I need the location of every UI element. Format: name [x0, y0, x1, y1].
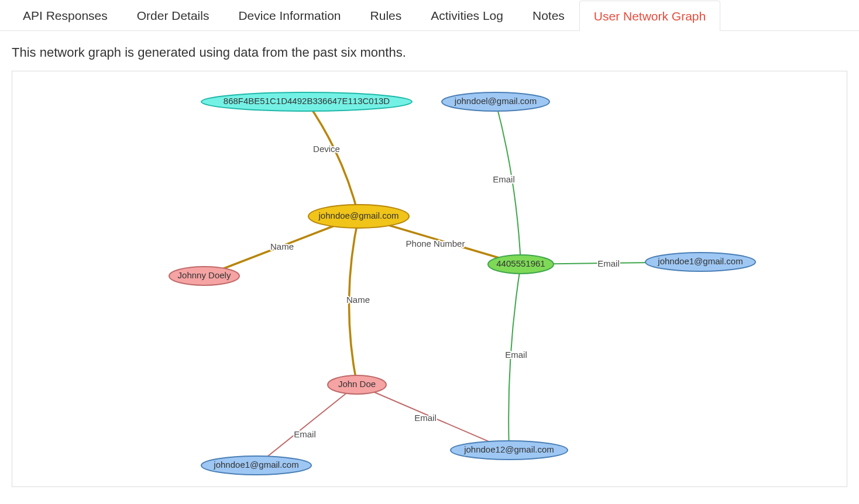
node-label-phone: 4405551961 [496, 258, 545, 268]
graph-description: This network graph is generated using da… [0, 31, 859, 71]
edge-label-johndoe-johndoe12: Email [414, 413, 437, 423]
node-johndoe1b[interactable]: johndoe1@gmail.com [201, 456, 311, 475]
edge-label-johndoe-johndoe1b: Email [294, 429, 316, 439]
tab-user-network-graph[interactable]: User Network Graph [579, 1, 720, 31]
network-graph[interactable]: DeviceNameNamePhone NumberEmailEmailEmai… [12, 71, 847, 486]
tab-bar: API ResponsesOrder DetailsDevice Informa… [0, 0, 859, 31]
edge-label-center-device1: Device [313, 144, 340, 154]
node-label-johndoe12: johndoe12@gmail.com [463, 444, 554, 454]
edge-center-device1[interactable] [307, 102, 359, 216]
node-label-device1: 868F4BE51C1D4492B336647E113C013D [224, 96, 390, 106]
tab-activities-log[interactable]: Activities Log [416, 0, 518, 30]
node-johndoe[interactable]: John Doe [328, 375, 386, 394]
node-johnnydoely[interactable]: Johnny Doely [169, 267, 239, 285]
tab-notes[interactable]: Notes [518, 0, 579, 30]
tab-api-responses[interactable]: API Responses [8, 0, 122, 30]
tab-rules[interactable]: Rules [356, 0, 417, 30]
edge-label-phone-johndoe1r: Email [597, 258, 620, 268]
node-johndoe1r[interactable]: johndoe1@gmail.com [645, 253, 755, 271]
node-johndoel[interactable]: johndoel@gmail.com [442, 92, 549, 111]
tab-order-details[interactable]: Order Details [122, 0, 224, 30]
edge-label-center-phone: Phone Number [406, 239, 465, 248]
network-graph-container: DeviceNameNamePhone NumberEmailEmailEmai… [12, 71, 847, 487]
node-label-johndoel: johndoel@gmail.com [454, 96, 537, 106]
node-label-center: johndoe@gmail.com [318, 210, 399, 220]
node-label-johndoe1r: johndoe1@gmail.com [657, 256, 743, 266]
edge-johndoe-johndoe1b[interactable] [256, 385, 357, 465]
edge-label-center-johndoe: Name [346, 295, 370, 305]
tab-device-information[interactable]: Device Information [224, 0, 355, 30]
edge-label-center-johnnydoely: Name [270, 241, 294, 251]
node-label-johndoe: John Doe [338, 379, 376, 389]
edge-label-phone-johndoel: Email [493, 174, 515, 184]
node-center[interactable]: johndoe@gmail.com [308, 205, 409, 228]
edge-label-phone-johndoe12: Email [505, 350, 527, 360]
node-label-johnnydoely: Johnny Doely [178, 270, 231, 280]
node-device1[interactable]: 868F4BE51C1D4492B336647E113C013D [201, 92, 412, 111]
node-johndoe12[interactable]: johndoe12@gmail.com [451, 441, 568, 460]
node-phone[interactable]: 4405551961 [488, 255, 554, 274]
node-label-johndoe1b: johndoe1@gmail.com [213, 460, 298, 470]
